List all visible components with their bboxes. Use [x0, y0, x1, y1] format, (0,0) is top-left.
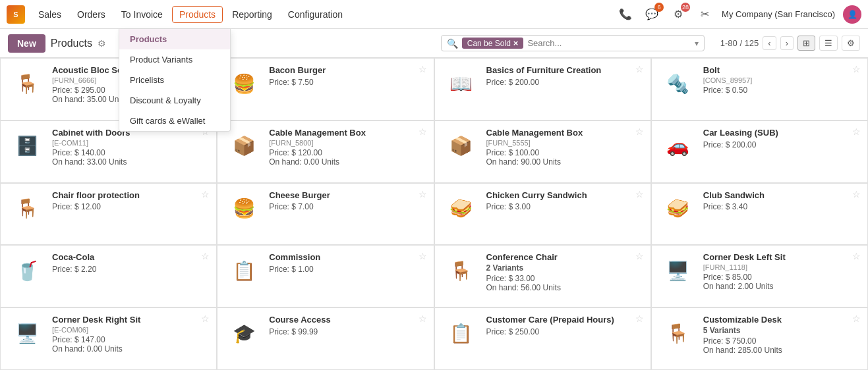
nav-products[interactable]: Products: [172, 6, 223, 23]
dropdown-product-variants[interactable]: Product Variants: [119, 49, 230, 70]
favorite-icon[interactable]: ☆: [635, 189, 644, 199]
product-name: Bolt: [703, 65, 859, 76]
product-name: Chicken Curry Sandwich: [486, 190, 643, 201]
dropdown-gift-cards[interactable]: Gift cards & eWallet: [119, 111, 230, 131]
product-card[interactable]: 🚗Car Leasing (SUB)Price: $ 200.00☆: [651, 120, 868, 183]
breadcrumb[interactable]: Products: [51, 38, 92, 49]
pagination-bar: 1-80 / 125 ‹ › ⊞ ☰ ⚙: [720, 36, 860, 51]
product-card[interactable]: 🪑Conference Chair2 VariantsPrice: $ 33.0…: [434, 245, 651, 307]
product-ref: [FURN_5800]: [269, 139, 425, 147]
product-card[interactable]: 🪑Customizable Desk5 VariantsPrice: $ 750…: [651, 307, 868, 370]
product-price: Price: $ 1.00: [269, 265, 425, 274]
favorite-icon[interactable]: ☆: [419, 251, 427, 261]
product-thumbnail: 🪑: [660, 315, 697, 352]
product-price: Price: $ 33.00: [486, 274, 643, 283]
user-avatar[interactable]: 👤: [843, 5, 861, 24]
product-info: Customizable Desk5 VariantsPrice: $ 750.…: [703, 315, 859, 355]
product-info: Club SandwichPrice: $ 3.40: [703, 190, 859, 212]
product-info: Cable Management Box[FURN_5800]Price: $ …: [269, 128, 425, 167]
product-info: Corner Desk Right Sit[E-COM06]Price: $ 1…: [52, 315, 208, 354]
product-info: Customer Care (Prepaid Hours)Price: $ 25…: [486, 315, 643, 336]
product-thumbnail: 🥪: [443, 190, 480, 227]
product-card[interactable]: 📖Basics of Furniture CreationPrice: $ 20…: [434, 58, 651, 120]
product-card[interactable]: 🥤Coca-ColaPrice: $ 2.20☆: [0, 245, 217, 307]
favorite-icon[interactable]: ☆: [852, 313, 861, 324]
product-card[interactable]: 🔩Bolt[CONS_89957]Price: $ 0.50☆: [651, 58, 868, 120]
new-button[interactable]: New: [8, 34, 45, 53]
favorite-icon[interactable]: ☆: [201, 313, 210, 324]
nav-to-invoice[interactable]: To Invoice: [115, 7, 169, 22]
product-name: Customizable Desk: [703, 315, 859, 326]
app-logo[interactable]: S: [7, 5, 25, 24]
favorite-icon[interactable]: ☆: [419, 126, 427, 137]
product-name: Cable Management Box: [486, 128, 643, 139]
favorite-icon[interactable]: ☆: [852, 189, 861, 199]
prev-page-button[interactable]: ‹: [763, 36, 776, 50]
dropdown-products[interactable]: Products: [119, 29, 230, 49]
product-card[interactable]: 🥪Chicken Curry SandwichPrice: $ 3.00☆: [434, 183, 651, 246]
support-icon[interactable]: 📞: [616, 5, 635, 24]
favorite-icon[interactable]: ☆: [852, 251, 861, 261]
product-thumbnail: 🍔: [225, 190, 262, 227]
filter-tag[interactable]: Can be Sold ×: [462, 38, 524, 49]
search-input[interactable]: [527, 38, 690, 48]
breadcrumb-gear-icon[interactable]: ⚙: [98, 38, 106, 49]
product-thumbnail: 📋: [443, 315, 480, 352]
product-thumbnail: 📖: [443, 65, 480, 102]
search-dropdown-icon[interactable]: ▾: [695, 39, 699, 48]
dropdown-discount-loyalty[interactable]: Discount & Loyalty: [119, 90, 230, 111]
tools-icon[interactable]: ✂: [695, 5, 714, 24]
product-name: Corner Desk Left Sit: [703, 252, 859, 263]
product-info: Bolt[CONS_89957]Price: $ 0.50: [703, 65, 859, 95]
product-card[interactable]: 🎓Course AccessPrice: $ 99.99☆: [217, 307, 434, 370]
favorite-icon[interactable]: ☆: [635, 251, 644, 261]
nav-configuration[interactable]: Configuration: [281, 7, 349, 22]
product-thumbnail: 🖥️: [660, 252, 697, 289]
product-card[interactable]: 🪑Chair floor protectionPrice: $ 12.00☆: [0, 183, 217, 246]
product-card[interactable]: 📦Cable Management Box[FURN_5555]Price: $…: [434, 120, 651, 183]
activity-icon[interactable]: ⚙ 28: [669, 5, 687, 24]
favorite-icon[interactable]: ☆: [419, 189, 427, 199]
chat-icon[interactable]: 💬 6: [643, 5, 661, 24]
grid-view-button[interactable]: ⊞: [797, 36, 815, 51]
product-thumbnail: 📦: [225, 128, 262, 165]
list-view-button[interactable]: ☰: [819, 36, 838, 51]
favorite-icon[interactable]: ☆: [419, 64, 427, 74]
favorite-icon[interactable]: ☆: [635, 126, 644, 137]
settings-view-button[interactable]: ⚙: [842, 36, 860, 51]
favorite-icon[interactable]: ☆: [635, 64, 644, 74]
product-card[interactable]: 📋Customer Care (Prepaid Hours)Price: $ 2…: [434, 307, 651, 370]
product-name: Chair floor protection: [52, 190, 208, 201]
top-nav: S Sales Orders To Invoice Products Repor…: [0, 0, 868, 29]
nav-sales[interactable]: Sales: [32, 7, 68, 22]
nav-reporting[interactable]: Reporting: [225, 7, 279, 22]
nav-orders[interactable]: Orders: [71, 7, 112, 22]
product-info: Cabinet with Doors[E-COM11]Price: $ 140.…: [52, 128, 208, 167]
activity-badge: 28: [681, 3, 690, 12]
product-price: Price: $ 85.00: [703, 273, 859, 282]
product-price: Price: $ 0.50: [703, 86, 859, 95]
favorite-icon[interactable]: ☆: [852, 64, 861, 74]
product-name: Customer Care (Prepaid Hours): [486, 315, 643, 326]
product-card[interactable]: 📋CommissionPrice: $ 1.00☆: [217, 245, 434, 307]
dropdown-pricelists[interactable]: Pricelists: [119, 70, 230, 90]
product-card[interactable]: 🥪Club SandwichPrice: $ 3.40☆: [651, 183, 868, 246]
favorite-icon[interactable]: ☆: [635, 313, 644, 324]
product-ref: [FURN_1118]: [703, 263, 859, 271]
product-card[interactable]: 🖥️Corner Desk Left Sit[FURN_1118]Price: …: [651, 245, 868, 307]
product-thumbnail: 🚗: [660, 128, 697, 165]
product-card[interactable]: 🍔Cheese BurgerPrice: $ 7.00☆: [217, 183, 434, 246]
product-card[interactable]: 🍔Bacon BurgerPrice: $ 7.50☆: [217, 58, 434, 120]
favorite-icon[interactable]: ☆: [419, 313, 427, 324]
filter-close-icon[interactable]: ×: [513, 38, 519, 48]
favorite-icon[interactable]: ☆: [852, 126, 861, 137]
product-name: Coca-Cola: [52, 252, 208, 263]
favorite-icon[interactable]: ☆: [201, 251, 210, 261]
product-stock: On hand: 2.00 Units: [703, 282, 859, 291]
product-info: Course AccessPrice: $ 99.99: [269, 315, 425, 336]
product-price: Price: $ 99.99: [269, 327, 425, 336]
product-card[interactable]: 📦Cable Management Box[FURN_5800]Price: $…: [217, 120, 434, 183]
favorite-icon[interactable]: ☆: [201, 189, 210, 199]
product-card[interactable]: 🖥️Corner Desk Right Sit[E-COM06]Price: $…: [0, 307, 217, 370]
next-page-button[interactable]: ›: [780, 36, 794, 50]
